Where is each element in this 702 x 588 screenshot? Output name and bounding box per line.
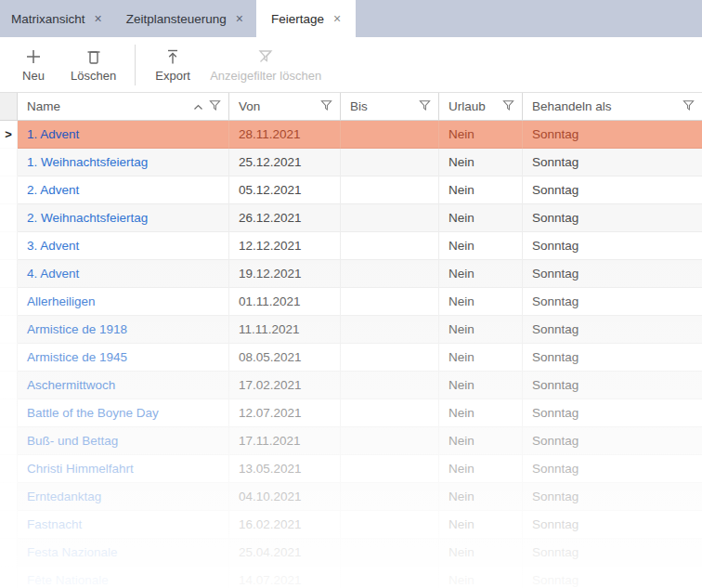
clear-display-filter-button: Anzeigefilter löschen [201, 46, 331, 85]
column-label: Behandeln als [532, 99, 612, 113]
cell-behandeln-als: Sonntag [523, 399, 702, 427]
column-header-name[interactable]: Name [18, 93, 229, 120]
cell-von: 14.07.2021 [229, 567, 341, 588]
cell-von: 25.04.2021 [229, 539, 341, 567]
cell-von: 12.07.2021 [229, 399, 341, 427]
table-row[interactable]: Buß- und Bettag17.11.2021NeinSonntag [0, 427, 702, 455]
cell-von: 25.12.2021 [229, 149, 341, 176]
cell-name[interactable]: Battle of the Boyne Day [18, 399, 229, 427]
cell-bis [341, 539, 439, 567]
cell-behandeln-als: Sonntag [523, 176, 702, 204]
cell-urlaub: Nein [439, 511, 523, 539]
column-label: Name [27, 99, 60, 113]
column-header-urlaub[interactable]: Urlaub [439, 93, 523, 120]
tab-label: Matrixansicht [11, 12, 85, 26]
table-row[interactable]: Armistice de 194508.05.2021NeinSonntag [0, 344, 702, 372]
cell-von: 04.10.2021 [229, 483, 341, 511]
table-row[interactable]: Festa Nazionale25.04.2021NeinSonntag [0, 539, 702, 567]
cell-name[interactable]: 1. Advent [18, 121, 229, 149]
cell-name[interactable]: Allerheiligen [18, 288, 229, 316]
trash-icon [85, 47, 102, 66]
cell-urlaub: Nein [439, 455, 523, 483]
cell-urlaub: Nein [439, 176, 523, 204]
tab-matrixansicht[interactable]: Matrixansicht × [0, 0, 115, 37]
cell-name[interactable]: Aschermittwoch [18, 372, 229, 399]
new-button[interactable]: Neu [6, 46, 61, 85]
cell-name[interactable]: 3. Advent [18, 232, 229, 260]
close-tab-icon[interactable]: × [333, 12, 341, 25]
delete-button[interactable]: Löschen [61, 46, 125, 85]
column-header-von[interactable]: Von [229, 93, 341, 120]
cell-bis [341, 455, 439, 483]
cell-name[interactable]: Armistice de 1918 [18, 316, 229, 344]
cell-von: 05.12.2021 [229, 176, 341, 204]
column-header-behandeln-als[interactable]: Behandeln als [523, 93, 702, 120]
row-indicator-cell [0, 344, 18, 372]
row-indicator-cell [0, 372, 18, 399]
table-row[interactable]: 4. Advent19.12.2021NeinSonntag [0, 260, 702, 288]
table-row[interactable]: Aschermittwoch17.02.2021NeinSonntag [0, 372, 702, 399]
filter-funnel-icon[interactable] [209, 99, 221, 114]
cell-name[interactable]: Festa Nazionale [18, 539, 229, 567]
cell-name[interactable]: Armistice de 1945 [18, 344, 229, 372]
cell-bis [341, 427, 439, 455]
filter-funnel-icon[interactable] [320, 99, 332, 114]
table-row[interactable]: Fête Nationale14.07.2021NeinSonntag [0, 567, 702, 588]
cell-bis [341, 567, 439, 588]
cell-bis [341, 372, 439, 399]
table-row[interactable]: >1. Advent28.11.2021NeinSonntag [0, 121, 702, 149]
tab-label: Zeitplansteuerung [126, 12, 227, 26]
cell-behandeln-als: Sonntag [523, 121, 702, 149]
cell-von: 12.12.2021 [229, 232, 341, 260]
table-row[interactable]: 3. Advent12.12.2021NeinSonntag [0, 232, 702, 260]
cell-behandeln-als: Sonntag [523, 260, 702, 288]
row-indicator-cell [0, 288, 18, 316]
clear-display-filter-label: Anzeigefilter löschen [210, 69, 321, 83]
cell-name[interactable]: 4. Advent [18, 260, 229, 288]
table-row[interactable]: 2. Advent05.12.2021NeinSonntag [0, 176, 702, 204]
row-indicator-cell [0, 483, 18, 511]
filter-funnel-icon[interactable] [502, 99, 514, 114]
cell-bis [341, 316, 439, 344]
cell-name[interactable]: Fastnacht [18, 511, 229, 539]
export-icon [164, 47, 181, 66]
cell-bis [341, 483, 439, 511]
export-button[interactable]: Export [145, 46, 201, 85]
column-header-bis[interactable]: Bis [341, 93, 439, 120]
cell-behandeln-als: Sonntag [523, 232, 702, 260]
cell-urlaub: Nein [439, 344, 523, 372]
table-row[interactable]: Battle of the Boyne Day12.07.2021NeinSon… [0, 399, 702, 427]
cell-name[interactable]: Fête Nationale [18, 567, 229, 588]
tab-feiertage[interactable]: Feiertage × [256, 0, 356, 37]
filter-funnel-icon[interactable] [682, 99, 695, 114]
holidays-table: Name Von Bis [0, 93, 702, 588]
row-indicator-cell [0, 176, 18, 204]
close-tab-icon[interactable]: × [95, 12, 102, 25]
table-row[interactable]: Fastnacht16.02.2021NeinSonntag [0, 511, 702, 539]
delete-button-label: Löschen [71, 69, 116, 83]
table-row[interactable]: Armistice de 191811.11.2021NeinSonntag [0, 316, 702, 344]
cell-von: 16.02.2021 [229, 511, 341, 539]
cell-name[interactable]: 2. Weihnachtsfeiertag [18, 204, 229, 232]
tab-zeitplansteuerung[interactable]: Zeitplansteuerung × [115, 0, 256, 37]
cell-urlaub: Nein [439, 232, 523, 260]
new-button-label: Neu [22, 69, 45, 83]
table-row[interactable]: 1. Weihnachtsfeiertag25.12.2021NeinSonnt… [0, 149, 702, 176]
row-indicator-cell [0, 399, 18, 427]
table-row[interactable]: Allerheiligen01.11.2021NeinSonntag [0, 288, 702, 316]
cell-name[interactable]: Buß- und Bettag [18, 427, 229, 455]
cell-name[interactable]: 1. Weihnachtsfeiertag [18, 149, 229, 176]
table-row[interactable]: Erntedanktag04.10.2021NeinSonntag [0, 483, 702, 511]
cell-name[interactable]: Erntedanktag [18, 483, 229, 511]
table-row[interactable]: 2. Weihnachtsfeiertag26.12.2021NeinSonnt… [0, 204, 702, 232]
table-row[interactable]: Christi Himmelfahrt13.05.2021NeinSonntag [0, 455, 702, 483]
cell-name[interactable]: 2. Advent [18, 176, 229, 204]
close-tab-icon[interactable]: × [236, 12, 243, 25]
cell-urlaub: Nein [439, 204, 523, 232]
cell-von: 08.05.2021 [229, 344, 341, 372]
row-indicator-cell [0, 455, 18, 483]
cell-bis [341, 399, 439, 427]
selected-row-arrow-icon: > [0, 121, 18, 149]
cell-name[interactable]: Christi Himmelfahrt [18, 455, 229, 483]
filter-funnel-icon[interactable] [419, 99, 431, 114]
